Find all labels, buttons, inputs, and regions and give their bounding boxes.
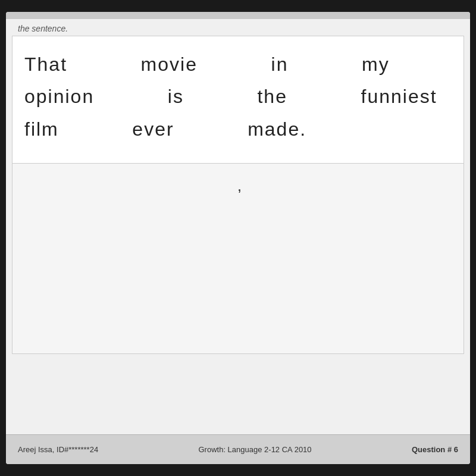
sentence-box: That movie in my opinion is the funniest… <box>12 36 464 164</box>
course-label: Growth: Language 2-12 CA 2010 <box>199 445 312 454</box>
screen-container: the sentence. That movie in my opinion i… <box>6 12 470 464</box>
sentence-display: That movie in my opinion is the funniest… <box>24 48 452 145</box>
answer-area: , <box>12 164 464 354</box>
instruction-text: the sentence. <box>6 19 470 36</box>
content-area: the sentence. That movie in my opinion i… <box>6 19 470 434</box>
footer: Areej Issa, ID#*******24 Growth: Languag… <box>6 434 470 464</box>
instruction-label: the sentence. <box>18 24 68 33</box>
comma-mark: , <box>238 181 241 194</box>
student-id: Areej Issa, ID#*******24 <box>18 445 98 454</box>
question-number: Question # 6 <box>412 445 458 454</box>
top-bar <box>6 12 470 19</box>
